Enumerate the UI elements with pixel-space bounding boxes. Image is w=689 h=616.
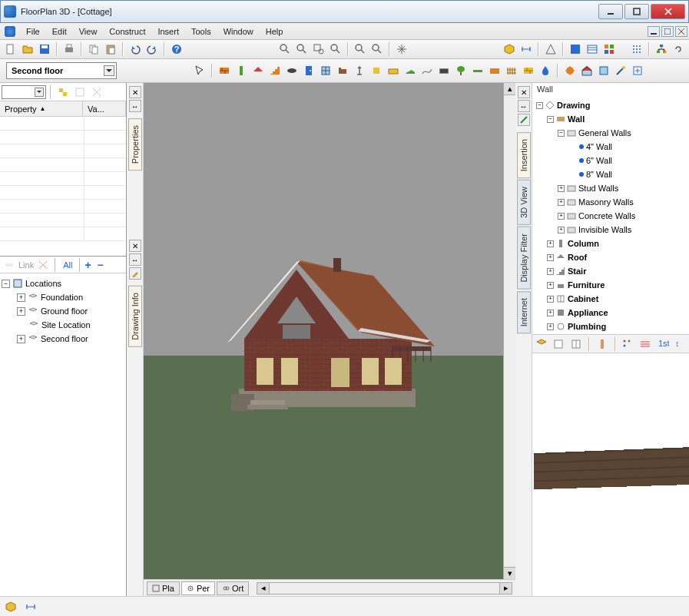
stair-tool-icon[interactable] <box>267 63 283 78</box>
tree-item-foundation[interactable]: + Foundation <box>2 290 124 304</box>
pointer-icon[interactable] <box>192 63 207 78</box>
catalog-item-4wall[interactable]: 4" Wall <box>534 140 687 154</box>
tree-item-ground-floor[interactable]: + Ground floor <box>2 304 124 318</box>
gutter-expand-icon-2[interactable]: ↔ <box>129 253 141 266</box>
hierarchy-icon[interactable] <box>654 41 669 57</box>
menu-edit[interactable]: Edit <box>46 25 73 38</box>
expand-icon[interactable]: + <box>558 185 565 192</box>
vtab-properties[interactable]: Properties <box>128 118 142 171</box>
catalog-item-8wall[interactable]: 8" Wall <box>534 167 687 181</box>
zoom-extents-icon[interactable] <box>353 41 368 57</box>
expand-icon[interactable]: + <box>547 296 554 303</box>
vtab-drawing-info[interactable]: Drawing Info <box>128 286 142 347</box>
expand-icon[interactable]: + <box>558 213 565 220</box>
collapse-icon[interactable]: − <box>2 280 10 288</box>
all-label[interactable]: All <box>60 260 75 270</box>
menu-construct[interactable]: Construct <box>103 25 151 38</box>
collapse-icon[interactable]: − <box>547 116 554 123</box>
zoom-fit-icon[interactable] <box>328 41 343 57</box>
menu-view[interactable]: View <box>73 25 104 38</box>
mdi-close[interactable] <box>675 26 687 37</box>
roof-tool-icon[interactable] <box>250 63 266 78</box>
viewport-vscroll[interactable]: ▴ ▾ <box>503 83 515 579</box>
catalog-item-6wall[interactable]: 6" Wall <box>534 154 687 167</box>
menu-file[interactable]: File <box>20 25 46 38</box>
expand-icon[interactable]: + <box>558 199 565 206</box>
close-button[interactable] <box>651 4 685 19</box>
catalog-item-masonry[interactable]: +Masonry Walls <box>534 195 687 209</box>
expand-icon[interactable]: + <box>547 282 554 289</box>
wall-brick-icon[interactable] <box>521 63 536 78</box>
tab-perspective[interactable]: Per <box>181 581 215 595</box>
materials-icon[interactable] <box>596 63 611 78</box>
gutter-expand-icon-r[interactable]: ↔ <box>518 100 530 112</box>
property-filter-combo[interactable] <box>2 85 46 99</box>
catalog-item-invisible[interactable]: +Invisible Walls <box>534 223 687 237</box>
dotgrid-icon[interactable] <box>629 41 644 57</box>
catalog-item-stud[interactable]: +Stud Walls <box>534 181 687 195</box>
viewport-hscroll[interactable]: ◂ ▸ <box>257 582 512 594</box>
wall-tool-icon[interactable] <box>217 63 232 78</box>
3d-viewport[interactable] <box>144 83 503 579</box>
cat-tool-7-icon[interactable]: 1st <box>655 336 671 352</box>
expand-icon[interactable]: + <box>547 254 554 261</box>
collapse-icon[interactable]: − <box>536 102 543 109</box>
catalog-tree[interactable]: −Drawing −Wall −General Walls 4" Wall 6"… <box>532 97 689 335</box>
menu-window[interactable]: Window <box>217 25 260 38</box>
pan-icon[interactable] <box>394 41 409 57</box>
redo-icon[interactable] <box>144 41 160 57</box>
vtab-internet[interactable]: Internet <box>517 291 531 333</box>
camera-tool-icon[interactable] <box>352 63 367 78</box>
bot-dim-icon[interactable] <box>23 599 38 614</box>
prop-tool-2-icon[interactable] <box>72 84 88 100</box>
gutter-tool-icon-r[interactable] <box>518 114 530 126</box>
scroll-left-icon[interactable]: ◂ <box>257 583 270 594</box>
gutter-close-icon-r[interactable]: ✕ <box>518 86 530 98</box>
cat-tool-8-icon[interactable]: ↕ <box>672 336 687 352</box>
minimize-button[interactable] <box>598 4 623 19</box>
drop-tool-icon[interactable] <box>538 63 553 78</box>
minus-button[interactable]: − <box>98 259 104 271</box>
slab-tool-icon[interactable] <box>284 63 300 78</box>
tree-root-locations[interactable]: − Locations <box>2 277 124 290</box>
paste-icon[interactable] <box>103 41 118 57</box>
menu-insert[interactable]: Insert <box>151 25 185 38</box>
scroll-up-icon[interactable]: ▴ <box>504 83 515 95</box>
path-tool-icon[interactable] <box>419 63 435 78</box>
prop-tool-3-icon[interactable] <box>89 84 104 100</box>
expand-icon[interactable]: + <box>558 227 565 233</box>
grid-icon[interactable] <box>568 41 583 57</box>
help-icon[interactable]: ? <box>169 41 184 57</box>
expand-icon[interactable]: + <box>547 323 554 330</box>
zoom-out-icon[interactable] <box>294 41 310 57</box>
expand-icon[interactable]: + <box>17 307 25 316</box>
catalog-item-roof[interactable]: +Roof <box>534 250 687 264</box>
export-icon[interactable] <box>630 63 645 78</box>
zoom-window-icon[interactable] <box>311 41 326 57</box>
cat-tool-2-icon[interactable] <box>552 336 567 352</box>
window-tool-icon[interactable] <box>318 63 333 78</box>
furniture-tool-icon[interactable] <box>335 63 350 78</box>
options-icon[interactable] <box>601 41 617 57</box>
maximize-button[interactable] <box>624 4 649 19</box>
undo-icon[interactable] <box>128 41 143 57</box>
tree-item-second-floor[interactable]: + Second floor <box>2 332 124 346</box>
mdi-minimize[interactable] <box>648 26 660 37</box>
light-tool-icon[interactable] <box>369 63 384 78</box>
vtab-insertion[interactable]: Insertion <box>517 132 531 178</box>
tree-item-site-location[interactable]: Site Location <box>2 318 124 332</box>
cat-tool-6-icon[interactable] <box>638 336 653 352</box>
bot-3d-icon[interactable] <box>3 599 18 614</box>
gutter-edit-icon[interactable] <box>129 267 141 280</box>
tab-plan[interactable]: Pla <box>147 581 180 595</box>
door-tool-icon[interactable] <box>301 63 316 78</box>
zoom-in-icon[interactable] <box>277 41 293 57</box>
cat-tool-5-icon[interactable] <box>621 336 636 352</box>
prop-tool-1-icon[interactable] <box>55 84 71 100</box>
catalog-item-cabinet[interactable]: +Cabinet <box>534 292 687 306</box>
3d-view-icon[interactable] <box>502 41 517 57</box>
catalog-item-furniture[interactable]: +Furniture <box>534 278 687 292</box>
gutter-close-icon[interactable]: ✕ <box>129 86 141 98</box>
catalog-item-concrete[interactable]: +Concrete Walls <box>534 209 687 223</box>
copy-icon[interactable] <box>86 41 101 57</box>
